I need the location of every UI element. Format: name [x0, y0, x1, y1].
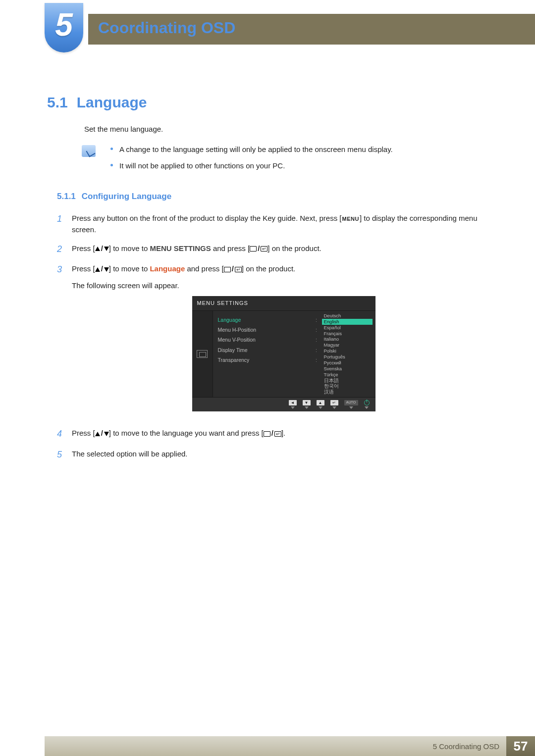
osd-menu-item: Menu H-Position: — [218, 325, 319, 335]
osd-screenshot: MENU SETTINGS Language: Menu H-Position:… — [72, 296, 495, 411]
menu-button-label: MENU — [341, 215, 359, 223]
osd-menu-item-active: Language: — [218, 315, 319, 325]
chapter-number: 5 — [55, 6, 73, 43]
osd-language-option: Português — [322, 354, 373, 360]
footer-label: 5 Coordinating OSD — [45, 736, 506, 756]
up-triangle-icon — [95, 247, 100, 251]
osd-language-option: Русский — [322, 360, 373, 366]
note-icon — [82, 145, 96, 157]
section-number: 5.1 — [47, 94, 68, 110]
section-heading: 5.1Language — [47, 94, 495, 111]
up-triangle-icon — [95, 267, 100, 272]
subsection-number: 5.1.1 — [57, 192, 76, 201]
step-body: Press [/] to move to the language you wa… — [72, 427, 495, 441]
osd-footer-nav: ◄ ▼ ▲ ↵ AUTO — [192, 397, 375, 411]
note-block: A change to the language setting will on… — [82, 144, 495, 177]
step-number: 1 — [57, 212, 72, 236]
enter-icon — [261, 246, 268, 252]
subsection-title: Configuring Language — [82, 192, 171, 201]
down-triangle-icon — [104, 432, 109, 436]
step-4: 4 Press [/] to move to the language you … — [57, 427, 495, 441]
osd-language-option: Italiano — [322, 336, 373, 342]
source-icon — [224, 267, 231, 272]
down-triangle-icon — [104, 267, 109, 272]
osd-language-option: English — [322, 319, 373, 325]
section-title: Language — [77, 94, 147, 110]
osd-language-list: DeutschEnglishEspañolFrançaisItalianoMag… — [319, 311, 375, 397]
step-1: 1 Press any button on the front of the p… — [57, 212, 495, 236]
osd-nav-power-icon — [364, 400, 370, 409]
page-footer: 5 Coordinating OSD 57 — [0, 736, 535, 756]
osd-language-option: Magyar — [322, 342, 373, 348]
up-triangle-icon — [95, 432, 100, 436]
osd-language-option: 日本語 — [322, 378, 373, 384]
step-number: 3 — [57, 263, 72, 420]
page-content: 5.1Language Set the menu language. A cha… — [47, 94, 495, 469]
step-number: 5 — [57, 448, 72, 462]
osd-language-option: Français — [322, 331, 373, 337]
osd-nav-auto-icon: AUTO — [344, 400, 358, 409]
step-list: 1 Press any button on the front of the p… — [57, 212, 495, 462]
osd-language-option: Türkçe — [322, 372, 373, 378]
osd-body: Language: Menu H-Position: Menu V-Positi… — [192, 311, 375, 397]
subsection-heading: 5.1.1Configuring Language — [57, 192, 495, 202]
step-number: 2 — [57, 243, 72, 256]
step-body: Press any button on the front of the pro… — [72, 212, 495, 236]
down-triangle-icon — [104, 247, 109, 251]
chapter-number-badge: 5 — [45, 3, 83, 52]
osd-language-option: Español — [322, 325, 373, 331]
osd-title: MENU SETTINGS — [192, 296, 375, 311]
source-icon — [250, 246, 257, 252]
step-2: 2 Press [/] to move to MENU SETTINGS and… — [57, 243, 495, 256]
osd-language-option: Deutsch — [322, 313, 373, 319]
step-number: 4 — [57, 427, 72, 441]
osd-menu-item: Menu V-Position: — [218, 335, 319, 345]
osd-menu-items: Language: Menu H-Position: Menu V-Positi… — [213, 311, 319, 397]
step-body: Press [/] to move to Language and press … — [72, 263, 495, 420]
section-intro: Set the menu language. — [84, 125, 495, 133]
osd-language-option: Svenska — [322, 366, 373, 372]
source-icon — [264, 431, 270, 437]
osd-nav-up-icon: ▲ — [317, 400, 324, 409]
step-5: 5 The selected option will be applied. — [57, 448, 495, 462]
enter-icon — [235, 267, 242, 272]
osd-language-option: 汉语 — [322, 389, 373, 395]
step-body: The selected option will be applied. — [72, 448, 495, 462]
step-body: Press [/] to move to MENU SETTINGS and p… — [72, 243, 495, 256]
note-item: A change to the language setting will on… — [110, 144, 393, 154]
note-list: A change to the language setting will on… — [110, 144, 393, 177]
osd-nav-down-icon: ▼ — [303, 400, 311, 409]
osd-panel: MENU SETTINGS Language: Menu H-Position:… — [192, 296, 375, 411]
chapter-title: Coordinating OSD — [98, 19, 235, 37]
page-number: 57 — [506, 736, 535, 756]
osd-language-option: Polski — [322, 348, 373, 354]
osd-language-option: 한국어 — [322, 383, 373, 389]
note-item: It will not be applied to other function… — [110, 160, 393, 171]
osd-menu-item: Display Time: — [218, 345, 319, 355]
step-3: 3 Press [/] to move to Language and pres… — [57, 263, 495, 420]
enter-icon — [274, 431, 281, 437]
osd-category-icon-col — [192, 311, 213, 397]
osd-nav-enter-icon: ↵ — [330, 400, 338, 409]
osd-nav-back-icon: ◄ — [289, 400, 297, 409]
osd-category-icon — [197, 350, 208, 358]
osd-menu-item: Transparency: — [218, 355, 319, 365]
